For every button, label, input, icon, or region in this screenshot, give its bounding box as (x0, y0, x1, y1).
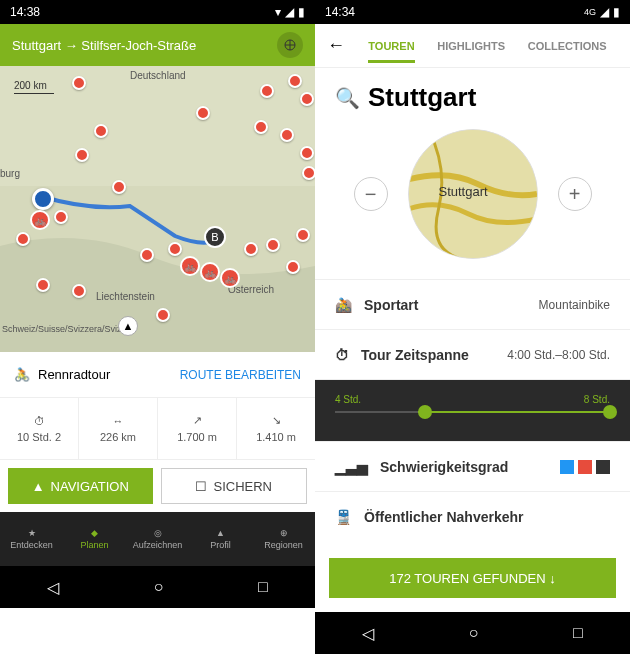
stat-ascent: ↗ 1.700 m (158, 398, 237, 459)
status-icons: ▾ ◢ ▮ (275, 5, 305, 19)
home-icon[interactable]: ○ (469, 624, 479, 642)
poi-pin[interactable] (16, 232, 30, 246)
poi-pin[interactable] (72, 76, 86, 90)
recent-icon[interactable]: □ (573, 624, 583, 642)
tab-touren[interactable]: TOUREN (368, 40, 414, 63)
route-type-label: Rennradtour (38, 367, 110, 382)
poi-pin[interactable] (94, 124, 108, 138)
android-nav: ◁ ○ □ (315, 612, 630, 654)
nav-plan[interactable]: ◆Planen (63, 512, 126, 566)
route-type-row: 🚴 Rennradtour ROUTE BEARBEITEN (0, 352, 315, 398)
poi-pin[interactable] (54, 210, 68, 224)
navigation-button[interactable]: ▲ NAVIGATION (8, 468, 153, 504)
back-icon[interactable]: ◁ (362, 624, 374, 643)
slider-thumb-max[interactable] (603, 405, 617, 419)
clock-icon: ⏱ (34, 415, 45, 427)
poi-pin[interactable] (244, 242, 258, 256)
filter-sport[interactable]: 🚵Sportart Mountainbike (315, 280, 630, 330)
poi-pin[interactable] (140, 248, 154, 262)
route-header[interactable]: Stuttgart → Stilfser-Joch-Straße (0, 24, 315, 66)
clock-icon: ⏱ (335, 347, 349, 363)
route-stats: ⏱ 10 Std. 2 ↔ 226 km ↗ 1.700 m ↘ 1.410 m (0, 398, 315, 460)
results-button[interactable]: 172 TOUREN GEFUNDEN ↓ (329, 558, 616, 598)
bike-poi-pin[interactable]: 🚲 (220, 268, 240, 288)
descent-icon: ↘ (272, 414, 281, 427)
poi-pin[interactable] (156, 308, 170, 322)
poi-pin[interactable] (36, 278, 50, 292)
poi-pin[interactable] (302, 166, 315, 180)
poi-pin[interactable] (280, 128, 294, 142)
signal-icon: ◢ (600, 5, 609, 19)
record-icon: ◎ (154, 528, 162, 538)
poi-pin[interactable] (300, 146, 314, 160)
sport-icon: 🚵 (335, 297, 352, 313)
tab-header: ← TOUREN HIGHLIGHTS COLLECTIONS (315, 24, 630, 68)
home-icon[interactable]: ○ (154, 578, 164, 596)
status-bar: 14:34 4G ◢ ▮ (315, 0, 630, 24)
filter-transit[interactable]: 🚆Öffentlicher Nahverkehr (315, 492, 630, 542)
map-options-icon[interactable] (277, 32, 303, 58)
search-row[interactable]: 🔍 Stuttgart (315, 68, 630, 121)
filter-difficulty[interactable]: ▁▃▅Schwierigkeitsgrad (315, 442, 630, 492)
slider-track[interactable] (335, 411, 610, 413)
search-location: Stuttgart (368, 82, 476, 113)
map-view[interactable]: 200 km Deutschland Liechtenstein Österre… (0, 66, 315, 352)
poi-pin[interactable] (75, 148, 89, 162)
bike-poi-pin[interactable]: 🚲 (200, 262, 220, 282)
filter-duration[interactable]: ⏱Tour Zeitspanne 4:00 Std.–8:00 Std. (315, 330, 630, 380)
poi-pin[interactable] (300, 92, 314, 106)
network-icon: 4G (584, 7, 596, 17)
edit-route-link[interactable]: ROUTE BEARBEITEN (180, 368, 301, 382)
search-icon: 🔍 (335, 86, 360, 110)
nav-discover[interactable]: ★Entdecken (0, 512, 63, 566)
poi-pin[interactable] (254, 120, 268, 134)
route-title: Stuttgart → Stilfser-Joch-Straße (12, 38, 196, 53)
recent-icon[interactable]: □ (258, 578, 268, 596)
nav-record[interactable]: ◎Aufzeichnen (126, 512, 189, 566)
bars-icon: ▁▃▅ (335, 459, 368, 475)
phone-right: 14:34 4G ◢ ▮ ← TOUREN HIGHLIGHTS COLLECT… (315, 0, 630, 654)
poi-pin[interactable] (196, 106, 210, 120)
poi-pin[interactable] (72, 284, 86, 298)
route-start-marker[interactable] (32, 188, 54, 210)
sport-value: Mountainbike (539, 298, 610, 312)
bike-poi-pin[interactable]: 🚲 (180, 256, 200, 276)
duration-slider[interactable]: 4 Std. 8 Std. (315, 380, 630, 442)
back-icon[interactable]: ◁ (47, 578, 59, 597)
difficulty-medium-icon (578, 460, 592, 474)
battery-icon: ▮ (298, 5, 305, 19)
train-icon: 🚆 (335, 509, 352, 525)
save-button[interactable]: ☐ SICHERN (161, 468, 308, 504)
map-preview[interactable]: Stuttgart (408, 129, 538, 259)
stat-distance: ↔ 226 km (79, 398, 158, 459)
difficulty-hard-icon (596, 460, 610, 474)
poi-pin[interactable] (168, 242, 182, 256)
bookmark-icon: ☐ (195, 479, 207, 494)
nav-arrow-icon: ▲ (32, 479, 45, 494)
poi-pin[interactable] (296, 228, 310, 242)
android-nav: ◁ ○ □ (0, 566, 315, 608)
battery-icon: ▮ (613, 5, 620, 19)
back-arrow-icon[interactable]: ← (327, 35, 345, 56)
slider-thumb-min[interactable] (418, 405, 432, 419)
poi-pin[interactable] (112, 180, 126, 194)
route-end-marker[interactable]: B (204, 226, 226, 248)
zoom-in-button[interactable]: + (558, 177, 592, 211)
bike-poi-pin[interactable]: 🚲 (30, 210, 50, 230)
poi-pin[interactable] (288, 74, 302, 88)
nav-regions[interactable]: ⊕Regionen (252, 512, 315, 566)
zoom-out-button[interactable]: − (354, 177, 388, 211)
landmark-pin[interactable]: ▲ (118, 316, 138, 336)
poi-pin[interactable] (286, 260, 300, 274)
poi-pin[interactable] (266, 238, 280, 252)
tab-highlights[interactable]: HIGHLIGHTS (437, 40, 505, 52)
status-time: 14:34 (325, 5, 355, 19)
status-icons: 4G ◢ ▮ (584, 5, 620, 19)
tab-collections[interactable]: COLLECTIONS (528, 40, 607, 52)
nav-profile[interactable]: ▲Profil (189, 512, 252, 566)
map-city-label: Stuttgart (439, 184, 488, 199)
poi-pin[interactable] (260, 84, 274, 98)
wifi-icon: ▾ (275, 5, 281, 19)
difficulty-colors (560, 460, 610, 474)
plan-icon: ◆ (91, 528, 98, 538)
